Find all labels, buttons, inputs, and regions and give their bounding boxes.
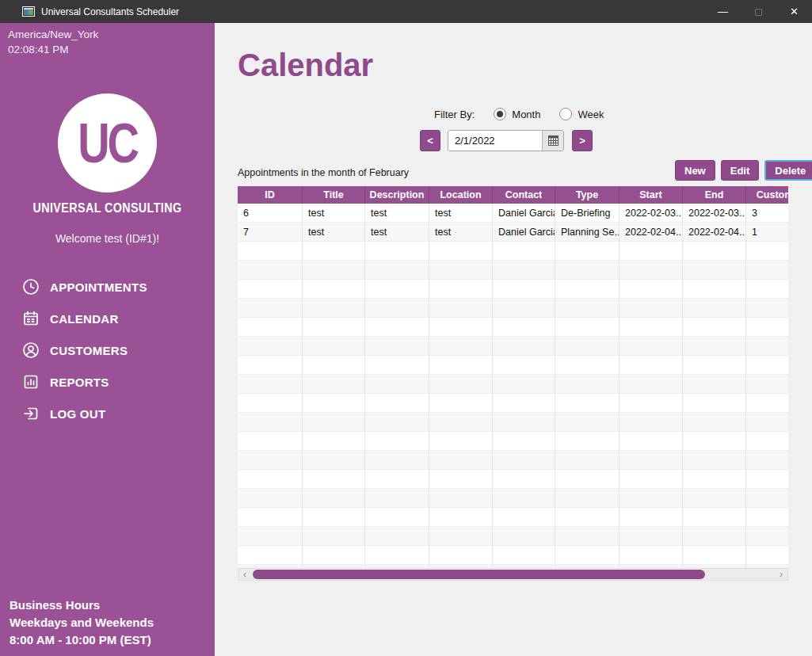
column-header-description[interactable]: Description bbox=[365, 186, 429, 204]
table-cell bbox=[429, 489, 493, 508]
table-cell bbox=[429, 565, 493, 567]
scroll-right-icon[interactable]: › bbox=[775, 569, 787, 580]
table-cell bbox=[365, 299, 429, 318]
column-header-title[interactable]: Title bbox=[303, 186, 365, 204]
business-hours-title: Business Hours bbox=[10, 597, 154, 614]
table-row-empty[interactable] bbox=[238, 508, 788, 527]
maximize-button[interactable]: ▢ bbox=[741, 0, 776, 23]
table-cell bbox=[365, 432, 429, 451]
close-button[interactable]: ✕ bbox=[776, 0, 812, 23]
table-row-empty[interactable] bbox=[238, 242, 788, 261]
prev-button[interactable]: < bbox=[420, 130, 440, 151]
scrollbar-thumb[interactable] bbox=[253, 570, 705, 579]
sidebar-item-logout[interactable]: LOG OUT bbox=[0, 398, 215, 429]
table-row-empty[interactable] bbox=[238, 565, 788, 567]
radio-week[interactable]: Week bbox=[559, 108, 604, 120]
table-cell bbox=[683, 413, 746, 432]
radio-week-label: Week bbox=[578, 109, 604, 120]
column-header-id[interactable]: ID bbox=[238, 186, 303, 204]
delete-button[interactable]: Delete bbox=[764, 160, 812, 181]
table-cell bbox=[303, 356, 365, 375]
table-cell bbox=[683, 508, 746, 527]
table-cell bbox=[746, 261, 788, 280]
table-cell bbox=[683, 489, 746, 508]
table-cell bbox=[683, 565, 746, 567]
column-header-end[interactable]: End bbox=[683, 186, 746, 204]
table-cell bbox=[555, 337, 619, 356]
date-input[interactable] bbox=[448, 131, 542, 151]
edit-button[interactable]: Edit bbox=[721, 160, 760, 181]
table-cell bbox=[365, 394, 429, 413]
table-cell bbox=[429, 432, 493, 451]
table-cell: 7 bbox=[238, 223, 303, 242]
table-cell bbox=[493, 508, 555, 527]
sidebar-item-appointments[interactable]: APPOINTMENTS bbox=[0, 271, 215, 303]
table-cell bbox=[683, 394, 746, 413]
table-body: 6 test test test Daniel Garcia De-Briefi… bbox=[238, 204, 788, 567]
table-cell bbox=[365, 375, 429, 394]
table-row-empty[interactable] bbox=[238, 356, 788, 375]
table-row-empty[interactable] bbox=[238, 394, 788, 413]
column-header-location[interactable]: Location bbox=[429, 186, 493, 204]
next-button[interactable]: > bbox=[572, 130, 593, 151]
column-header-contact[interactable]: Contact bbox=[493, 186, 555, 204]
table-row-empty[interactable] bbox=[238, 261, 788, 280]
table-cell bbox=[683, 546, 746, 565]
table-cell: Planning Se... bbox=[555, 223, 619, 242]
minimize-button[interactable]: — bbox=[705, 0, 741, 23]
table-row-empty[interactable] bbox=[238, 280, 788, 299]
column-header-start[interactable]: Start bbox=[619, 186, 683, 204]
table-cell bbox=[555, 394, 619, 413]
table-cell bbox=[303, 489, 365, 508]
table-row[interactable]: 7 test test test Daniel Garcia Planning … bbox=[238, 223, 788, 242]
table-row-empty[interactable] bbox=[238, 337, 788, 356]
table-cell bbox=[238, 242, 303, 261]
new-button[interactable]: New bbox=[675, 160, 715, 181]
table-cell bbox=[746, 375, 788, 394]
table-header: ID Title Description Location Contact Ty… bbox=[238, 186, 788, 204]
table-cell bbox=[365, 489, 429, 508]
horizontal-scrollbar[interactable]: ‹ › bbox=[238, 568, 788, 581]
column-header-customer[interactable]: Customer bbox=[746, 186, 788, 204]
sidebar-item-calendar[interactable]: CALENDAR bbox=[0, 303, 215, 334]
date-picker bbox=[448, 130, 564, 151]
table-cell bbox=[746, 280, 788, 299]
sidebar-item-customers[interactable]: CUSTOMERS bbox=[0, 334, 215, 366]
table-cell: Daniel Garcia bbox=[493, 223, 555, 242]
table-cell bbox=[746, 546, 788, 565]
sidebar-item-reports[interactable]: REPORTS bbox=[0, 366, 215, 398]
table-cell bbox=[619, 242, 683, 261]
table-cell bbox=[619, 280, 683, 299]
table-cell bbox=[365, 318, 429, 337]
table-row-empty[interactable] bbox=[238, 489, 788, 508]
table-row[interactable]: 6 test test test Daniel Garcia De-Briefi… bbox=[238, 204, 788, 223]
table-row-empty[interactable] bbox=[238, 318, 788, 337]
table-cell bbox=[555, 375, 619, 394]
sidebar-item-label: REPORTS bbox=[50, 376, 109, 389]
table-cell bbox=[493, 356, 555, 375]
table-row-empty[interactable] bbox=[238, 432, 788, 451]
table-row-empty[interactable] bbox=[238, 546, 788, 565]
filter-by-label: Filter By: bbox=[434, 109, 475, 120]
table-cell bbox=[555, 261, 619, 280]
table-cell bbox=[365, 242, 429, 261]
scroll-left-icon[interactable]: ‹ bbox=[238, 569, 251, 580]
radio-month[interactable]: Month bbox=[494, 108, 540, 120]
table-row-empty[interactable] bbox=[238, 527, 788, 546]
table-cell bbox=[555, 242, 619, 261]
table-cell bbox=[303, 261, 365, 280]
table-row-empty[interactable] bbox=[238, 375, 788, 394]
scrollbar-track[interactable] bbox=[251, 569, 775, 580]
column-header-type[interactable]: Type bbox=[555, 186, 619, 204]
table-row-empty[interactable] bbox=[238, 451, 788, 470]
table-cell bbox=[555, 489, 619, 508]
table-cell bbox=[238, 489, 303, 508]
radio-week-circle[interactable] bbox=[559, 108, 572, 120]
table-cell bbox=[619, 394, 683, 413]
calendar-picker-button[interactable] bbox=[542, 131, 563, 151]
table-cell bbox=[429, 375, 493, 394]
table-row-empty[interactable] bbox=[238, 299, 788, 318]
table-row-empty[interactable] bbox=[238, 413, 788, 432]
radio-month-circle[interactable] bbox=[494, 108, 506, 120]
table-row-empty[interactable] bbox=[238, 470, 788, 489]
